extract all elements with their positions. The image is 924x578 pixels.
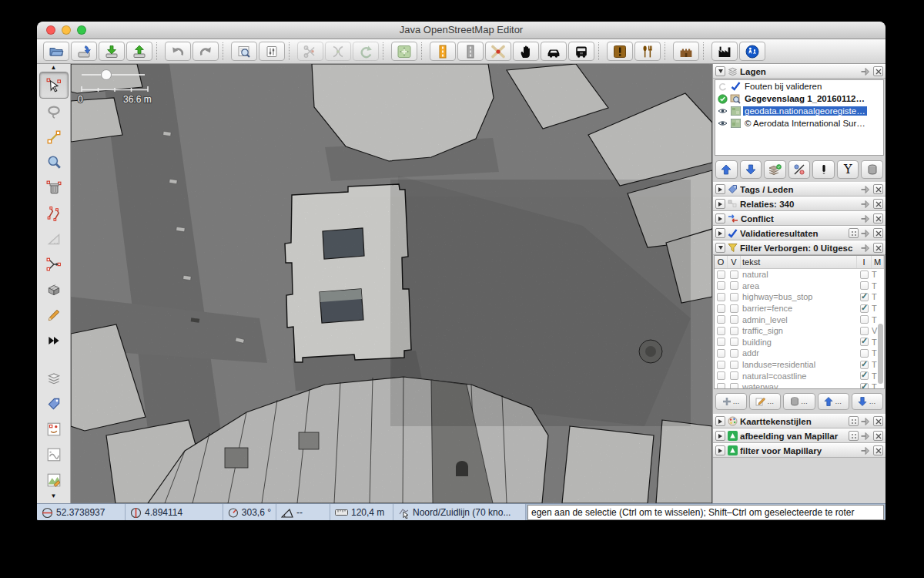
- panel-menu-icon[interactable]: [849, 431, 859, 441]
- fast-forward-tool[interactable]: [40, 328, 68, 353]
- column-header-i[interactable]: I: [857, 256, 872, 268]
- road-primary-button[interactable]: [430, 42, 456, 61]
- filter-hide-checkbox[interactable]: [730, 293, 738, 301]
- pin-icon[interactable]: [861, 229, 871, 238]
- filter-row[interactable]: barrier=fence T: [715, 303, 884, 314]
- building-tool[interactable]: [40, 277, 68, 302]
- filter-inverted-checkbox[interactable]: [860, 349, 869, 358]
- filter-panel-header[interactable]: Filter Verborgen: 0 Uitgesc: [713, 240, 886, 255]
- filter-row[interactable]: landuse=residential T: [715, 359, 884, 371]
- filter-inverted-checkbox[interactable]: [860, 361, 869, 369]
- minimize-window-button[interactable]: [62, 25, 71, 35]
- expand-button[interactable]: [715, 416, 725, 426]
- filter-table-header[interactable]: O V tekst I M: [715, 256, 884, 269]
- expand-button[interactable]: [715, 213, 725, 223]
- column-header-o[interactable]: O: [715, 256, 728, 268]
- delete-layer-button[interactable]: [861, 160, 883, 179]
- upload-button[interactable]: [126, 42, 152, 61]
- parallel-way-tool[interactable]: [40, 200, 68, 226]
- column-header-m[interactable]: M: [872, 256, 884, 268]
- pin-icon[interactable]: [861, 214, 871, 223]
- merge-nodes-tool[interactable]: [40, 251, 68, 277]
- zoom-slider-knob[interactable]: [102, 70, 112, 80]
- road-residential-button[interactable]: [457, 42, 484, 61]
- column-header-text[interactable]: tekst: [741, 256, 857, 268]
- filter-enable-checkbox[interactable]: [717, 338, 725, 346]
- delete-tool[interactable]: [40, 175, 68, 200]
- zoom-window-button[interactable]: [77, 25, 86, 35]
- add-filter-button[interactable]: …: [715, 393, 747, 410]
- filter-hide-checkbox[interactable]: [730, 304, 738, 313]
- layer-up-button[interactable]: [715, 160, 738, 179]
- filter-enable-checkbox[interactable]: [717, 327, 725, 335]
- expand-button[interactable]: [715, 228, 725, 238]
- filter-row[interactable]: highway=bus_stop T: [715, 291, 884, 303]
- toggle-relations-panel[interactable]: [40, 416, 68, 442]
- preferences-button[interactable]: [231, 42, 257, 61]
- validation-panel-header[interactable]: Validatieresultaten: [713, 226, 886, 240]
- filter-row[interactable]: admin_level T: [715, 314, 884, 325]
- filter-inverted-checkbox[interactable]: [860, 304, 869, 313]
- filter-hide-checkbox[interactable]: [730, 338, 738, 346]
- filter-row[interactable]: addr T: [715, 348, 884, 359]
- filter-hide-checkbox[interactable]: [730, 327, 738, 335]
- filter-enable-checkbox[interactable]: [717, 281, 725, 290]
- junction-button[interactable]: [485, 42, 511, 61]
- mapillary-filter-panel-header[interactable]: filter voor Mapillary: [713, 443, 886, 458]
- filter-enable-checkbox[interactable]: [717, 315, 725, 324]
- filter-enable-checkbox[interactable]: [717, 383, 725, 389]
- filter-inverted-checkbox[interactable]: [860, 293, 869, 301]
- annotate-tool[interactable]: [40, 302, 68, 328]
- filter-inverted-checkbox[interactable]: [860, 281, 869, 290]
- toggle-dialogs-button[interactable]: [259, 42, 285, 61]
- close-panel-icon[interactable]: [873, 199, 883, 209]
- move-filter-down-button[interactable]: …: [852, 393, 883, 410]
- car-button[interactable]: [541, 42, 567, 61]
- relations-panel-header[interactable]: Relaties: 340: [713, 197, 886, 211]
- draw-node-tool[interactable]: [40, 124, 68, 150]
- filter-enable-checkbox[interactable]: [717, 349, 725, 358]
- filter-inverted-checkbox[interactable]: [860, 383, 869, 389]
- filter-hide-checkbox[interactable]: [730, 361, 738, 369]
- mapstyles-panel-header[interactable]: Kaarttekenstijlen: [713, 414, 886, 428]
- filter-enable-checkbox[interactable]: [717, 304, 725, 313]
- filter-row[interactable]: natural=coastline T: [715, 370, 884, 381]
- filter-hide-checkbox[interactable]: [730, 383, 738, 389]
- map-viewport[interactable]: 0 36.6 m: [71, 64, 712, 503]
- close-panel-icon[interactable]: [873, 213, 883, 223]
- zoom-tool[interactable]: [40, 150, 68, 175]
- select-tool[interactable]: [39, 72, 69, 99]
- pin-icon[interactable]: [861, 200, 871, 209]
- pin-icon[interactable]: [861, 432, 871, 441]
- layer-row-imagery-aerodata[interactable]: © Aerodata International Sur…: [715, 117, 883, 129]
- expand-button[interactable]: [715, 431, 725, 441]
- close-panel-icon[interactable]: [873, 66, 883, 76]
- toggle-conflict-panel[interactable]: [40, 442, 68, 467]
- conflict-panel-header[interactable]: Conflict: [713, 211, 886, 226]
- toggle-mapstyle-panel[interactable]: [40, 467, 68, 492]
- distance-field[interactable]: 120,4 m: [330, 504, 393, 520]
- filter-hide-checkbox[interactable]: [730, 315, 738, 324]
- filter-enable-checkbox[interactable]: [717, 293, 725, 301]
- filter-hide-checkbox[interactable]: [730, 271, 738, 279]
- collapse-button[interactable]: [715, 243, 725, 253]
- restaurant-button[interactable]: [634, 42, 661, 61]
- layer-marker-button[interactable]: [812, 160, 835, 179]
- filter-inverted-checkbox[interactable]: [860, 327, 869, 335]
- column-header-v[interactable]: V: [728, 256, 741, 268]
- move-filter-up-button[interactable]: …: [818, 393, 849, 410]
- filter-inverted-checkbox[interactable]: [860, 315, 869, 324]
- mapillary-image-panel-header[interactable]: afbeelding van Mapillar: [713, 428, 886, 443]
- measure-tool[interactable]: [40, 226, 68, 251]
- lasso-tool[interactable]: [40, 99, 68, 124]
- tags-panel-header[interactable]: Tags / Leden: [713, 182, 886, 197]
- layer-row-data[interactable]: Gegevenslaag 1_20160112…: [715, 92, 883, 105]
- toolbar-scroll-down-icon[interactable]: ▼: [51, 492, 57, 500]
- latitude-field[interactable]: 52.3738937: [37, 504, 126, 520]
- close-panel-icon[interactable]: [873, 445, 883, 455]
- filter-row[interactable]: traffic_sign V: [715, 325, 884, 337]
- merge-layer-button[interactable]: Y: [837, 160, 859, 179]
- warning-button[interactable]: [607, 42, 633, 61]
- gpx-layer-button[interactable]: [391, 42, 417, 61]
- filter-enable-checkbox[interactable]: [717, 271, 725, 279]
